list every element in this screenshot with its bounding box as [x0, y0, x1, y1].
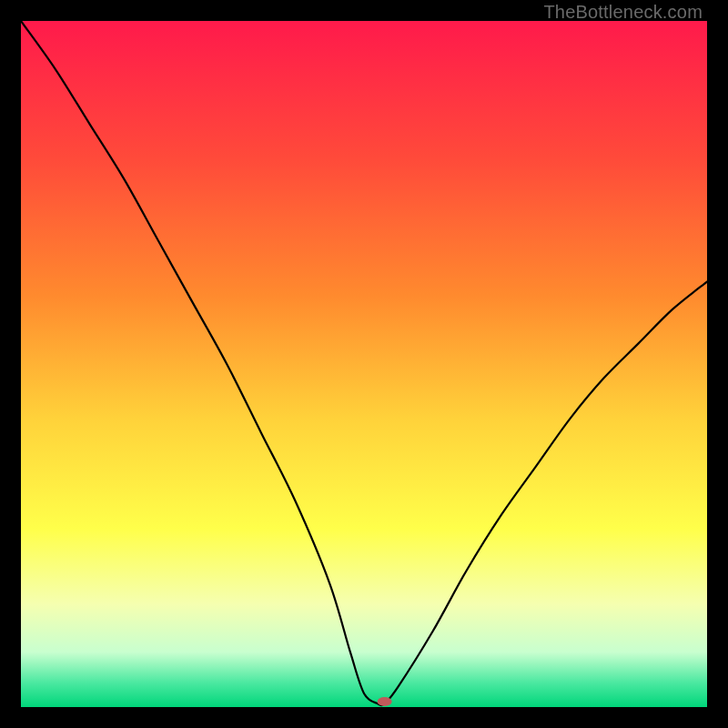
optimal-point-marker	[378, 697, 392, 706]
bottleneck-chart	[21, 21, 707, 707]
chart-frame	[21, 21, 707, 707]
watermark-text: TheBottleneck.com	[543, 2, 703, 23]
gradient-background	[21, 21, 707, 707]
